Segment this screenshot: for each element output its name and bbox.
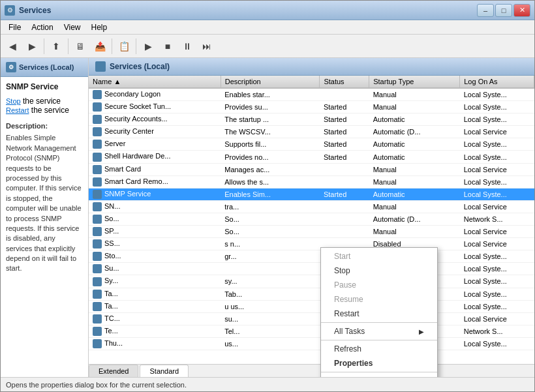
cell-logon: Local Syste... — [460, 138, 534, 151]
col-startup[interactable]: Startup Type — [369, 76, 460, 88]
cell-startup: Manual — [369, 163, 460, 175]
context-menu-item-stop[interactable]: Stop — [321, 264, 437, 278]
menu-view[interactable]: View — [59, 22, 86, 33]
context-menu-item-start: Start — [321, 249, 437, 264]
col-logon[interactable]: Log On As — [460, 76, 534, 88]
right-panel: Services (Local) Name ▲ Description — [89, 58, 534, 377]
properties-button[interactable]: 📋 — [115, 37, 133, 55]
cell-startup: Manual — [369, 175, 460, 188]
toolbar-sep-3 — [112, 38, 112, 54]
table-row[interactable]: Shell Hardware De...Provides no...Starte… — [89, 151, 534, 163]
sidebar-header: ⚙ Services (Local) — [1, 58, 88, 77]
menu-file[interactable]: File — [3, 22, 26, 33]
minimize-button[interactable]: – — [477, 4, 494, 17]
pause-service-button[interactable]: ⏸ — [178, 37, 196, 55]
table-row[interactable]: Smart CardManages ac...ManualLocal Servi… — [89, 163, 534, 175]
cell-logon: Local Service — [460, 200, 534, 213]
table-row[interactable]: ServerSupports fil...StartedAutomaticLoc… — [89, 138, 534, 151]
context-menu-item-restart[interactable]: Restart — [321, 307, 437, 321]
cell-description: Tab... — [221, 288, 320, 300]
table-row[interactable]: Secondary LogonEnables star...ManualLoca… — [89, 88, 534, 101]
context-menu-label: Refresh — [334, 344, 361, 354]
menu-action[interactable]: Action — [26, 22, 58, 33]
cell-logon: Local Syste... — [460, 188, 534, 200]
show-hide-button[interactable]: 🖥 — [71, 37, 89, 55]
col-description[interactable]: Description — [221, 76, 320, 88]
table-row[interactable]: Su...StartedAutomaticLocal Syste... — [89, 263, 534, 275]
cell-name: SNMP Service — [89, 188, 221, 200]
context-menu-label: Resume — [334, 295, 363, 304]
service-icon — [93, 302, 102, 311]
panel-header: Services (Local) — [89, 58, 534, 76]
table-row[interactable]: SS...s n...DisabledLocal Service — [89, 238, 534, 250]
context-menu-item-pause: Pause — [321, 278, 437, 292]
col-status[interactable]: Status — [320, 76, 369, 88]
table-row[interactable]: Ta...u us...StartedAutomaticLocal Syste.… — [89, 300, 534, 312]
context-menu: StartStopPauseResumeRestartAll Tasks▶Ref… — [320, 247, 438, 377]
back-button[interactable]: ◀ — [3, 37, 22, 55]
table-row[interactable]: SNMP ServiceEnables Sim...StartedAutomat… — [89, 188, 534, 200]
table-row[interactable]: Sto...gr...ManualLocal Syste... — [89, 250, 534, 263]
cell-status: Started — [320, 151, 369, 163]
tab-standard[interactable]: Standard — [140, 365, 189, 377]
title-bar-buttons: – □ ✕ — [477, 4, 530, 17]
cell-description: Enables star... — [221, 88, 320, 101]
table-row[interactable]: Security CenterThe WSCSV...StartedAutoma… — [89, 126, 534, 138]
stop-service-button[interactable]: ■ — [159, 37, 177, 55]
cell-description: The startup ... — [221, 113, 320, 126]
cell-logon: Local Service — [460, 238, 534, 250]
cell-startup: Automatic — [369, 151, 460, 163]
cell-description: su... — [221, 312, 320, 325]
cell-description: sy... — [221, 275, 320, 288]
cell-logon: Network S... — [460, 325, 534, 337]
title-bar: ⚙ Services – □ ✕ — [1, 1, 534, 20]
cell-name: Secure Socket Tun... — [89, 101, 221, 113]
table-row[interactable]: Sy...sy...StartedAutomaticLocal Syste... — [89, 275, 534, 288]
cell-startup: Automatic (D... — [369, 213, 460, 225]
context-menu-item-refresh[interactable]: Refresh — [321, 342, 437, 356]
context-menu-label: Help — [334, 376, 350, 377]
start-service-button[interactable]: ▶ — [139, 37, 157, 55]
context-menu-item-resume: Resume — [321, 292, 437, 307]
main-window: ⚙ Services – □ ✕ File Action View Help ◀… — [0, 0, 535, 392]
col-name[interactable]: Name ▲ — [89, 76, 221, 88]
cell-name: Ta... — [89, 288, 221, 300]
service-icon — [93, 153, 102, 162]
cell-logon: Local Syste... — [460, 88, 534, 101]
table-row[interactable]: Ta...Tab...ManualLocal Syste... — [89, 288, 534, 300]
table-row[interactable]: SP...So...ManualLocal Service — [89, 226, 534, 238]
maximize-button[interactable]: □ — [495, 4, 512, 17]
context-menu-label: Restart — [334, 309, 359, 318]
forward-button[interactable]: ▶ — [23, 37, 41, 55]
table-row[interactable]: TC...su...StartedAutomaticLocal Service — [89, 312, 534, 325]
table-row[interactable]: Te...Tel...ManualNetwork S... — [89, 325, 534, 337]
cell-name: SP... — [89, 226, 221, 238]
table-row[interactable]: SN...tra...ManualLocal Service — [89, 200, 534, 213]
main-content: ⚙ Services (Local) SNMP Service Stop the… — [1, 58, 534, 377]
window-title: Services — [19, 6, 477, 15]
close-button[interactable]: ✕ — [513, 4, 530, 17]
status-bar-text: Opens the properties dialog box for the … — [6, 381, 187, 389]
restart-service-link[interactable]: Restart — [6, 106, 29, 114]
export-button[interactable]: 📤 — [91, 37, 109, 55]
cell-description: Manages ac... — [221, 163, 320, 175]
resume-service-button[interactable]: ⏭ — [198, 37, 216, 55]
up-button[interactable]: ⬆ — [47, 37, 65, 55]
context-menu-item-all-tasks[interactable]: All Tasks▶ — [321, 324, 437, 339]
sidebar-description: Description: Enables Simple Network Mana… — [6, 121, 83, 274]
context-menu-item-properties[interactable]: Properties — [321, 356, 437, 370]
stop-service-link[interactable]: Stop — [6, 97, 21, 105]
cell-startup: Automatic — [369, 113, 460, 126]
context-menu-item-help[interactable]: Help — [321, 374, 437, 377]
tab-extended[interactable]: Extended — [89, 365, 138, 377]
table-row[interactable]: Thu...us...StartedAutomaticLocal Syste..… — [89, 337, 534, 350]
cell-startup: Automatic — [369, 188, 460, 200]
table-row[interactable]: Security Accounts...The startup ...Start… — [89, 113, 534, 126]
cell-description: Tel... — [221, 325, 320, 337]
table-row[interactable]: Secure Socket Tun...Provides su...Starte… — [89, 101, 534, 113]
menu-help[interactable]: Help — [86, 22, 113, 33]
table-row[interactable]: Smart Card Remo...Allows the s...ManualL… — [89, 175, 534, 188]
menu-bar: File Action View Help — [1, 20, 534, 35]
table-row[interactable]: So...So...Automatic (D...Network S... — [89, 213, 534, 225]
services-table[interactable]: Name ▲ Description Status Startup Type — [89, 76, 534, 364]
